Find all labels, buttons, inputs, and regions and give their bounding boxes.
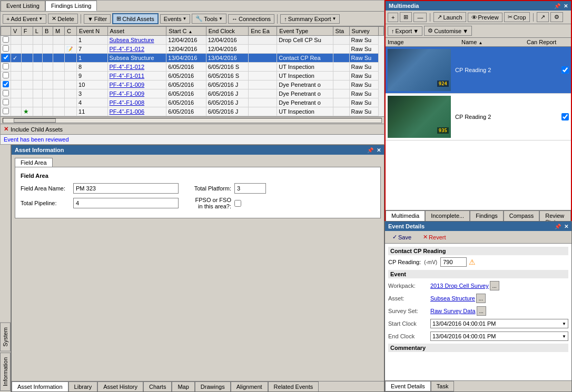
mm-col-report-header: Can Report — [527, 39, 569, 45]
ed-start-clock-select[interactable]: 13/04/2016 04:00:01 PM ▼ — [430, 319, 568, 328]
ed-tab-event-details[interactable]: Event Details — [385, 381, 431, 391]
mm-pin-icon[interactable]: 📌 — [554, 3, 560, 9]
ed-workpack-value[interactable]: 2013 Drop Cell Survey — [430, 283, 489, 289]
delete-button[interactable]: ✕ Delete — [48, 14, 78, 24]
table-row[interactable]: 📝 7 PF-4''-F1-012 12/04/2016 12/04/2016 … — [1, 45, 384, 54]
tab-related-events[interactable]: Related Events — [268, 381, 319, 391]
mm-crop-button[interactable]: ✂ Crop — [504, 12, 530, 22]
ed-survey-set-dots-button[interactable]: ... — [477, 306, 486, 316]
total-pipeline-input[interactable] — [73, 198, 179, 208]
tab-library[interactable]: Library — [68, 381, 98, 391]
row-checkbox[interactable] — [3, 72, 9, 78]
export-arrow: ▼ — [332, 16, 337, 21]
table-row[interactable]: ★ 11 PF-4''-F1-006 6/05/2016 6/05/2016 J… — [1, 107, 384, 116]
col-encea — [249, 89, 277, 98]
row-checkbox[interactable] — [3, 108, 9, 114]
col-sta — [333, 81, 349, 89]
col-survey: Raw Su — [349, 54, 378, 63]
mm-grid-button[interactable]: ⊞ — [400, 12, 412, 22]
summary-export-button[interactable]: ↑ Summary Export ▼ — [280, 14, 340, 24]
col-header-check — [1, 27, 11, 36]
mm-can-report-checkbox-2[interactable] — [561, 113, 569, 120]
row-checkbox[interactable] — [3, 99, 9, 105]
mm-add-button[interactable]: + — [388, 13, 398, 22]
ed-survey-set-value[interactable]: Raw Survey Data — [430, 308, 476, 314]
table-row[interactable]: 9 PF-4''-F1-011 6/05/2016 6/05/2016 S UT… — [1, 72, 384, 81]
mm-customise-button[interactable]: ⚙ Customise ▼ — [424, 26, 472, 36]
tab-alignment[interactable]: Alignment — [231, 381, 268, 391]
tab-event-listing[interactable]: Event Listing — [1, 1, 45, 11]
col-eventn: 10 — [77, 81, 107, 89]
cp-reading-input[interactable] — [440, 257, 467, 267]
col-survey: Raw Su — [349, 36, 378, 45]
mm-can-report-checkbox-1[interactable] — [561, 66, 569, 74]
events-button[interactable]: Events ▼ — [160, 14, 191, 24]
table-row[interactable]: 1 Subsea Structure 12/04/2016 12/04/2016… — [1, 36, 384, 45]
col-startc: 6/05/2016 — [166, 81, 206, 89]
side-tab-information[interactable]: Information — [0, 353, 11, 391]
pin-icon[interactable]: 📌 — [367, 147, 373, 153]
ed-close-icon[interactable]: ✕ — [564, 224, 568, 229]
mm-close-icon[interactable]: ✕ — [564, 3, 568, 9]
row-checkbox[interactable] — [3, 81, 9, 87]
ed-asset-dots-button[interactable]: ... — [476, 294, 486, 303]
mm-launch-button[interactable]: ↗ Launch — [433, 12, 466, 22]
fpso-checkbox[interactable] — [234, 200, 241, 207]
horizontal-scrollbar[interactable] — [1, 116, 384, 124]
col-m — [53, 63, 64, 72]
close-child-assets-icon[interactable]: ✕ — [4, 126, 8, 133]
separator-2 — [277, 14, 278, 24]
total-platform-input[interactable] — [234, 183, 266, 194]
tab-findings-listing[interactable]: Findings Listing — [45, 1, 97, 11]
side-tab-system[interactable]: System — [0, 323, 11, 351]
mm-image-row-2[interactable]: 935 CP Reading 2 — [386, 94, 571, 140]
row-checkbox[interactable] — [3, 36, 9, 43]
ed-tab-task[interactable]: Task — [431, 381, 455, 391]
row-checkbox[interactable] — [3, 54, 9, 61]
row-checkbox[interactable] — [3, 90, 9, 96]
mm-share-button[interactable]: ↗ — [537, 12, 549, 22]
scroll-track[interactable] — [3, 118, 382, 123]
connections-button[interactable]: ↔ Connections — [228, 14, 274, 24]
col-c — [64, 54, 76, 63]
mm-image-row-1[interactable]: 924 CP Reading 2 — [386, 47, 571, 94]
tab-charts[interactable]: Charts — [143, 381, 172, 391]
table-row[interactable]: 4 PF-4''-F1-008 6/05/2016 6/05/2016 J Dy… — [1, 98, 384, 107]
table-row[interactable]: 3 PF-4''-F1-009 6/05/2016 6/05/2016 J Dy… — [1, 89, 384, 98]
col-endclock: 6/05/2016 S — [206, 72, 249, 81]
tab-drawings[interactable]: Drawings — [195, 381, 231, 391]
ed-save-button[interactable]: ✓ Save — [388, 233, 416, 242]
child-assets-button[interactable]: ⊞ Child Assets — [112, 13, 159, 24]
mm-settings-button[interactable]: ⚙ — [550, 12, 563, 22]
tools-button[interactable]: 🔧 Tools ▼ — [192, 14, 226, 24]
ed-pin-icon[interactable]: 📌 — [555, 224, 561, 229]
field-area-tab[interactable]: Field Area — [15, 158, 53, 167]
ed-asset-value[interactable]: Subsea Structure — [430, 295, 475, 301]
mm-remove-button[interactable]: — — [413, 13, 427, 22]
ed-revert-button[interactable]: ✕ Revert — [419, 233, 450, 242]
table-row[interactable]: 10 PF-4''-F1-009 6/05/2016 6/05/2016 J D… — [1, 81, 384, 89]
close-panel-icon[interactable]: ✕ — [377, 147, 381, 153]
tab-asset-history[interactable]: Asset History — [97, 381, 143, 391]
mm-preview-button[interactable]: 👁 Preview — [468, 13, 502, 22]
row-checkbox[interactable] — [3, 63, 9, 69]
tab-asset-information[interactable]: Asset Information — [12, 381, 68, 391]
col-encea — [249, 36, 277, 45]
filter-button[interactable]: ▼ Filter — [84, 14, 111, 24]
col-m — [53, 36, 64, 45]
ed-workpack-dots-button[interactable]: ... — [490, 281, 499, 290]
row-checkbox[interactable] — [3, 45, 9, 52]
col-b — [43, 36, 53, 45]
col-encea — [249, 81, 277, 89]
add-event-button[interactable]: + Add Event ▼ — [3, 14, 46, 24]
table-row[interactable]: 8 PF-4''-F1-012 6/05/2016 6/05/2016 S UT… — [1, 63, 384, 72]
ed-end-clock-select[interactable]: 13/04/2016 04:00:01 PM ▼ — [430, 331, 568, 341]
tab-map[interactable]: Map — [172, 381, 194, 391]
table-row-selected[interactable]: ✓ 1 Subsea Structure 13/04/2016 13/04/20… — [1, 54, 384, 63]
col-eventn: 9 — [77, 72, 107, 81]
mm-export-button[interactable]: ↑ Export ▼ — [388, 26, 422, 36]
scroll-thumb[interactable] — [14, 118, 56, 123]
field-area-name-input[interactable] — [73, 183, 179, 194]
col-m — [53, 45, 64, 54]
mm-image-info-1: CP Reading 2 — [451, 67, 561, 73]
